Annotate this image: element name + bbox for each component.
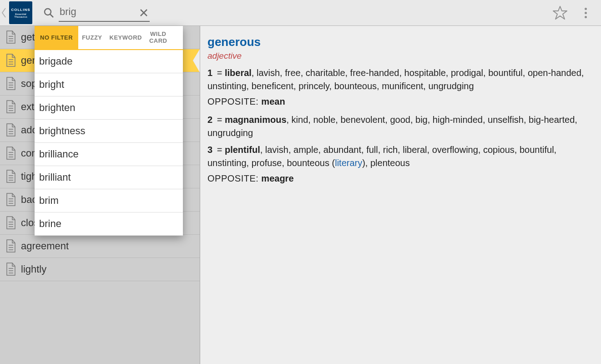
back-button[interactable] <box>0 0 8 26</box>
history-label: agreement <box>21 240 69 252</box>
document-icon <box>5 100 16 114</box>
filter-wild-line2: CARD <box>149 38 167 44</box>
sense-equals: = <box>214 68 225 78</box>
sense-number: 1 <box>207 68 212 78</box>
document-icon <box>5 170 16 183</box>
opposite-1: OPPOSITE: mean <box>207 96 594 107</box>
sense-equals: = <box>214 115 225 125</box>
suggestion-item[interactable]: brigade <box>35 50 183 73</box>
suggestion-item[interactable]: brilliant <box>35 166 183 189</box>
svg-line-1 <box>50 14 53 17</box>
filter-tab-wildcard[interactable]: WILD CARD <box>146 26 171 49</box>
suggestion-item[interactable]: brilliance <box>35 143 183 166</box>
svg-point-0 <box>45 9 51 15</box>
body-area: get generous sophisticated extreme adorn… <box>0 26 601 364</box>
opposite-label: OPPOSITE: <box>207 96 261 106</box>
document-icon <box>5 54 16 67</box>
sense-1: 1 = liberal, lavish, free, charitable, f… <box>207 66 594 93</box>
sense-head-synonym: plentiful <box>225 145 260 155</box>
sense-synonyms-part2: ), plenteous <box>362 158 410 168</box>
history-item[interactable]: lightly <box>0 258 200 281</box>
logo-line3: Thesaurus <box>14 15 27 18</box>
sense-head-synonym: liberal <box>225 68 252 78</box>
opposite-3: OPPOSITE: meagre <box>207 173 594 184</box>
left-column: get generous sophisticated extreme adorn… <box>0 26 200 364</box>
history-label: get <box>21 31 35 43</box>
filter-tab-nofilter[interactable]: NO FILTER <box>35 26 78 49</box>
document-icon <box>5 263 16 276</box>
entry-headword[interactable]: generous <box>207 35 594 49</box>
favorite-button[interactable] <box>552 5 568 21</box>
sense-3: 3 = plentiful, lavish, ample, abundant, … <box>207 143 594 170</box>
sense-number: 3 <box>207 145 212 155</box>
topbar: COLLINS Essential Thesaurus <box>0 0 601 26</box>
sense-synonyms: , lavish, free, charitable, free-handed,… <box>207 68 584 91</box>
search-input[interactable] <box>59 4 150 22</box>
suggestion-item[interactable]: brightness <box>35 120 183 143</box>
suggestions-panel: NO FILTER FUZZY KEYWORD WILD CARD brigad… <box>35 26 183 236</box>
document-icon <box>5 123 16 137</box>
filter-tab-fuzzy[interactable]: FUZZY <box>78 26 106 49</box>
sense-equals: = <box>214 145 225 155</box>
document-icon <box>5 193 16 207</box>
search-input-wrap <box>59 4 150 22</box>
sense-number: 2 <box>207 115 212 125</box>
filter-tabs: NO FILTER FUZZY KEYWORD WILD CARD <box>35 26 183 50</box>
app-logo[interactable]: COLLINS Essential Thesaurus <box>9 1 32 24</box>
opposite-word: mean <box>261 96 285 106</box>
opposite-word: meagre <box>261 173 293 183</box>
document-icon <box>5 30 16 44</box>
suggestion-item[interactable]: bright <box>35 73 183 96</box>
opposite-label: OPPOSITE: <box>207 173 261 183</box>
sense-head-synonym: magnanimous <box>225 115 287 125</box>
more-menu-button[interactable] <box>580 5 591 21</box>
suggestions-list: brigade bright brighten brightness brill… <box>35 50 183 236</box>
literary-link[interactable]: literary <box>335 158 362 168</box>
document-icon <box>5 239 16 253</box>
history-item[interactable]: agreement <box>0 235 200 258</box>
entry-pos: adjective <box>207 51 594 61</box>
search-icon[interactable] <box>42 6 55 19</box>
document-icon <box>5 147 16 160</box>
history-label: lightly <box>21 263 46 275</box>
suggestion-item[interactable]: brim <box>35 189 183 212</box>
sense-2: 2 = magnanimous, kind, noble, benevolent… <box>207 113 594 140</box>
document-icon <box>5 77 16 91</box>
filter-tab-keyword[interactable]: KEYWORD <box>106 26 146 49</box>
clear-search-button[interactable] <box>137 6 150 19</box>
suggestion-item[interactable]: brighten <box>35 96 183 120</box>
filter-wild-line1: WILD <box>150 31 166 37</box>
document-icon <box>5 216 16 230</box>
suggestion-item[interactable]: brine <box>35 212 183 236</box>
logo-line1: COLLINS <box>11 8 30 12</box>
detail-pane: generous adjective 1 = liberal, lavish, … <box>200 26 601 364</box>
